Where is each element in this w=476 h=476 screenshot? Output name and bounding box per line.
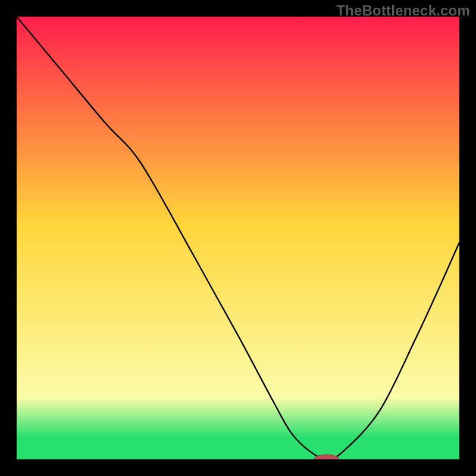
- chart-gradient-background: [17, 17, 459, 459]
- chart-stage: TheBottleneck.com: [0, 0, 476, 476]
- chart-plot-area: [17, 17, 459, 459]
- chart-svg: [17, 17, 459, 459]
- watermark-text: TheBottleneck.com: [336, 2, 470, 19]
